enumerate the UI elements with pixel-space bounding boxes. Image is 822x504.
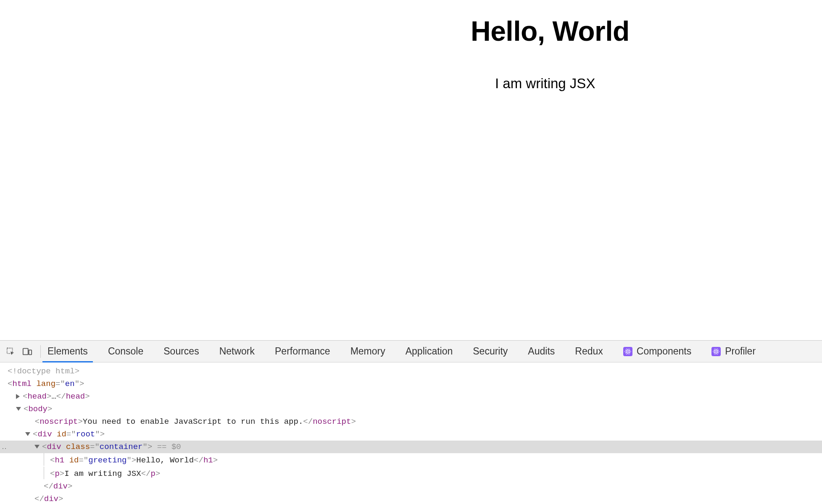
dom-line-doctype[interactable]: <!doctype html> [0,365,822,378]
tab-redux[interactable]: Redux [574,341,603,362]
tab-label: Redux [575,346,603,357]
tab-application[interactable]: Application [405,341,454,362]
svg-point-10 [716,351,717,352]
device-toolbar-icon[interactable] [20,344,34,359]
page-viewport: Hello, World I am writing JSX [0,0,822,340]
devtools-panel: Elements Console Sources Network Perform… [0,340,822,504]
collapse-arrow-icon[interactable] [25,432,30,436]
toolbar-separator [40,345,41,358]
tab-label: Console [108,346,143,357]
svg-rect-2 [29,350,32,354]
devtools-selection-ref: == $0 [152,442,181,452]
tab-performance[interactable]: Performance [274,341,331,362]
dom-line-noscript[interactable]: <noscript>You need to enable JavaScript … [0,415,822,428]
tab-profiler[interactable]: Profiler [711,341,756,362]
svg-point-6 [627,351,628,352]
react-icon [711,347,721,356]
page-paragraph: I am writing JSX [495,76,595,92]
react-icon [623,347,632,356]
tab-label: Network [219,346,255,357]
app-root: Hello, World I am writing JSX Elements [0,0,822,504]
dom-line-h1[interactable]: <h1 id="greeting">Hello, World</h1> [0,453,822,467]
tab-sources[interactable]: Sources [163,341,200,362]
svg-rect-1 [23,348,28,354]
tab-label: Memory [350,346,385,357]
gutter-ellipsis-icon: ‥ [2,441,7,453]
tab-label: Application [406,346,453,357]
devtools-toolbar: Elements Console Sources Network Perform… [0,341,822,362]
tab-label: Performance [275,346,330,357]
dom-line-container-close[interactable]: </div> [0,480,822,493]
devtools-tabs: Elements Console Sources Network Perform… [47,341,756,362]
collapse-arrow-icon[interactable] [34,445,40,449]
tab-label: Audits [528,346,555,357]
dom-line-root-close[interactable]: </div> [0,493,822,504]
dom-line-html[interactable]: <html lang="en"> [0,378,822,390]
dom-line-p[interactable]: <p>I am writing JSX</p> [0,467,822,480]
inspect-element-icon[interactable] [3,344,18,359]
tab-label: Components [637,346,691,357]
page-heading: Hello, World [471,15,630,47]
dom-line-container-selected[interactable]: <div class="container"> == $0 [0,441,822,453]
dom-line-body[interactable]: <body> [0,403,822,415]
tab-label: Sources [163,346,199,357]
dom-line-root[interactable]: <div id="root"> [0,428,822,441]
expand-arrow-icon[interactable] [16,394,20,399]
tab-network[interactable]: Network [219,341,256,362]
dom-line-head[interactable]: <head>…</head> [0,390,822,403]
tab-label: Elements [47,346,88,357]
tab-label: Profiler [725,346,756,357]
tab-audits[interactable]: Audits [527,341,556,362]
collapse-arrow-icon[interactable] [16,407,21,411]
tab-memory[interactable]: Memory [350,341,386,362]
tab-elements[interactable]: Elements [47,341,89,362]
elements-tree[interactable]: ‥ <!doctype html> <html lang="en"> <head… [0,362,822,504]
tab-label: Security [473,346,508,357]
tab-security[interactable]: Security [472,341,508,362]
tab-components[interactable]: Components [622,341,692,362]
tab-console[interactable]: Console [107,341,144,362]
